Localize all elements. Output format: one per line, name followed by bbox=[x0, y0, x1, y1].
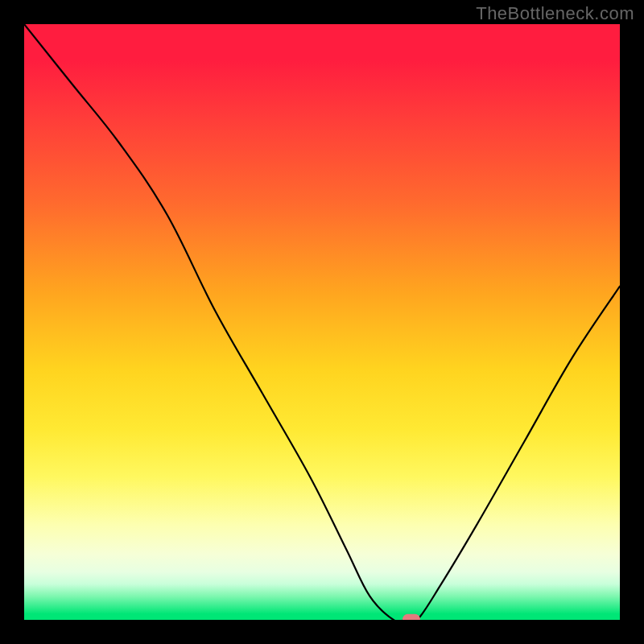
chart-frame: TheBottleneck.com bbox=[0, 0, 644, 644]
optimal-marker bbox=[402, 614, 420, 620]
plot-area bbox=[24, 24, 620, 620]
bottleneck-curve bbox=[24, 24, 620, 620]
watermark-text: TheBottleneck.com bbox=[476, 3, 634, 24]
